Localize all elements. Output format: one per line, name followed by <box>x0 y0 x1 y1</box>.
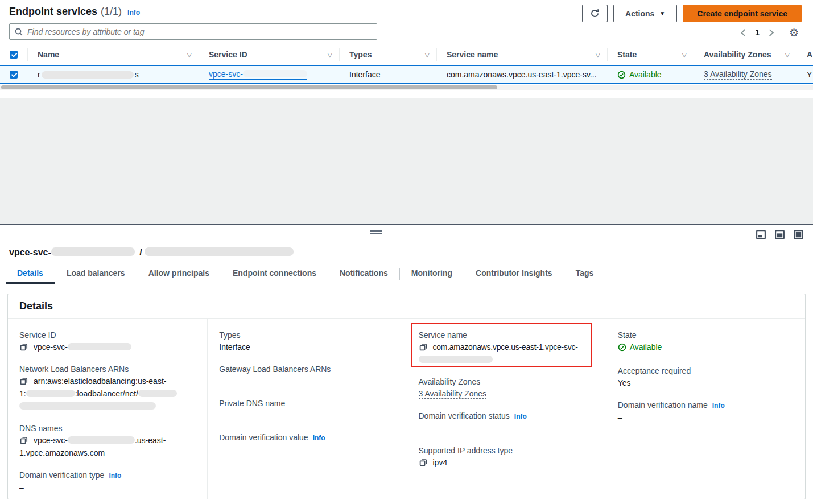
info-link[interactable]: Info <box>109 472 121 480</box>
table-row[interactable]: rs vpce-svc- Interface com.amazonaws.vpc… <box>0 65 813 84</box>
cell-state: Available <box>607 66 694 83</box>
availability-zones-link[interactable]: 3 Availability Zones <box>419 389 487 399</box>
cell-types: Interface <box>339 66 436 83</box>
empty-area <box>0 98 813 224</box>
scrollbar-thumb[interactable] <box>1 85 497 89</box>
info-link[interactable]: Info <box>127 9 140 16</box>
search-box[interactable] <box>9 23 377 40</box>
column-header-availability-zones[interactable]: Availability Zones▽ <box>694 44 797 65</box>
field-domain-verification-type: Domain verification typeInfo – <box>19 469 196 494</box>
redaction <box>243 70 307 77</box>
field-domain-verification-name: Domain verification nameInfo – <box>618 399 794 424</box>
details-column-1: Service ID vpce-svc- Network Load Balanc… <box>8 319 207 499</box>
cell-acceptance: Y <box>797 66 813 83</box>
tab-monitoring[interactable]: Monitoring <box>400 265 464 283</box>
availability-zones-link[interactable]: 3 Availability Zones <box>704 69 772 80</box>
redaction <box>138 390 177 397</box>
field-domain-verification-status: Domain verification statusInfo – <box>419 410 595 435</box>
search-input[interactable] <box>27 27 372 36</box>
field-types: Types Interface <box>219 329 395 353</box>
sort-icon[interactable]: ▽ <box>187 51 192 59</box>
sort-icon[interactable]: ▽ <box>425 51 430 59</box>
redaction <box>68 436 135 444</box>
details-card: Details Service ID vpce-svc- Network Loa… <box>7 294 806 499</box>
field-domain-verification-value: Domain verification valueInfo – <box>219 432 395 456</box>
redaction <box>19 402 156 410</box>
column-header-types[interactable]: Types▽ <box>339 44 436 65</box>
copy-icon[interactable] <box>419 458 428 467</box>
info-link[interactable]: Info <box>712 402 725 410</box>
redaction <box>51 247 135 256</box>
cell-service-id: vpce-svc- <box>199 66 339 83</box>
panel-title: vpce-svc- / <box>9 247 294 258</box>
details-column-3: Service name com.amazonaws.vpce.us-east-… <box>407 319 606 499</box>
page-title: Endpoint services <box>9 6 97 18</box>
redaction <box>145 247 294 256</box>
split-panel-drag-handle[interactable] <box>370 230 382 236</box>
panel-size-full-icon[interactable] <box>793 229 804 240</box>
tab-endpoint-connections[interactable]: Endpoint connections <box>221 265 328 283</box>
tabs: DetailsLoad balancersAllow principalsEnd… <box>6 265 813 283</box>
redaction <box>68 343 131 350</box>
tab-details[interactable]: Details <box>6 265 55 283</box>
tab-notifications[interactable]: Notifications <box>328 265 399 283</box>
next-page-icon[interactable] <box>766 29 774 36</box>
refresh-icon <box>590 9 600 18</box>
sort-icon[interactable]: ▽ <box>682 51 687 59</box>
field-state: State Available <box>618 329 794 355</box>
field-service-name: Service name com.amazonaws.vpce.us-east-… <box>419 329 595 366</box>
field-acceptance-required: Acceptance required Yes <box>618 365 794 389</box>
status-available-icon <box>618 343 626 352</box>
field-dns-names: DNS names vpce-svc-.us-east- 1.vpce.amaz… <box>19 423 196 459</box>
details-heading: Details <box>8 294 805 319</box>
page-header: Endpoint services (1/1) Info <box>9 6 140 18</box>
row-checkbox[interactable] <box>0 66 27 83</box>
endpoint-services-table: Name▽ Service ID▽ Types▽ Service name▽ S… <box>0 44 813 84</box>
info-link[interactable]: Info <box>313 434 325 442</box>
cell-availability-zones: 3 Availability Zones <box>694 66 797 83</box>
details-column-2: Types Interface Gateway Load Balancers A… <box>207 319 406 499</box>
column-header-acceptance[interactable]: A <box>797 44 813 65</box>
info-link[interactable]: Info <box>514 412 527 420</box>
settings-gear-icon[interactable]: ⚙ <box>789 27 799 38</box>
status-available-icon <box>617 71 626 79</box>
column-header-state[interactable]: State▽ <box>607 44 694 65</box>
details-column-4: State Available Acceptance required Yes … <box>606 319 805 499</box>
copy-icon[interactable] <box>19 377 28 386</box>
field-gateway-lb-arns: Gateway Load Balancers ARNs – <box>219 363 395 387</box>
redaction <box>26 390 75 397</box>
panel-size-small-icon[interactable] <box>756 229 766 240</box>
previous-page-icon[interactable] <box>741 29 748 36</box>
sort-icon[interactable]: ▽ <box>328 51 332 59</box>
caret-down-icon: ▼ <box>659 10 665 16</box>
tab-contributor-insights[interactable]: Contributor Insights <box>464 265 564 283</box>
redaction <box>419 356 493 363</box>
actions-button[interactable]: Actions ▼ <box>613 5 677 22</box>
service-id-link[interactable]: vpce-svc- <box>209 69 307 80</box>
field-nlb-arns: Network Load Balancers ARNs arn:aws:elas… <box>19 363 196 412</box>
column-header-service-name[interactable]: Service name▽ <box>436 44 607 65</box>
page-number[interactable]: 1 <box>755 28 760 37</box>
column-header-service-id[interactable]: Service ID▽ <box>199 44 339 65</box>
refresh-button[interactable] <box>582 5 608 22</box>
create-endpoint-service-button[interactable]: Create endpoint service <box>683 5 802 22</box>
field-private-dns-name: Private DNS name – <box>219 398 395 422</box>
tab-allow-principals[interactable]: Allow principals <box>137 265 221 283</box>
sort-icon[interactable]: ▽ <box>596 51 600 59</box>
copy-icon[interactable] <box>419 342 428 352</box>
copy-icon[interactable] <box>19 436 28 445</box>
copy-icon[interactable] <box>19 342 28 352</box>
redaction <box>42 71 134 79</box>
search-icon <box>14 27 23 36</box>
field-service-id: Service ID vpce-svc- <box>19 329 196 353</box>
horizontal-scrollbar[interactable] <box>0 85 813 90</box>
select-all-checkbox[interactable] <box>0 44 27 65</box>
column-header-name[interactable]: Name▽ <box>27 44 199 65</box>
tab-tags[interactable]: Tags <box>564 265 605 283</box>
panel-size-medium-icon[interactable] <box>774 229 785 240</box>
field-supported-ip: Supported IP address type ipv4 <box>419 445 595 469</box>
sort-icon[interactable]: ▽ <box>785 51 790 59</box>
cell-service-name: com.amazonaws.vpce.us-east-1.vpce-sv... <box>436 66 607 83</box>
field-availability-zones: Availability Zones 3 Availability Zones <box>419 376 595 400</box>
tab-load-balancers[interactable]: Load balancers <box>55 265 137 283</box>
